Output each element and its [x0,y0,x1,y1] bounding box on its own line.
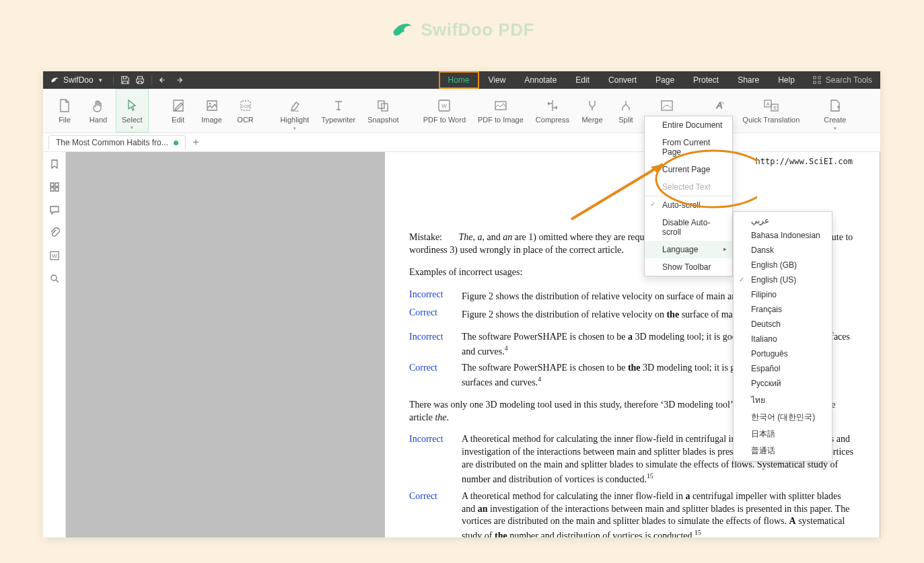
tab-share[interactable]: Share [728,71,769,89]
caret-down-icon: ▾ [131,125,133,130]
read-icon: A [712,98,727,113]
word-export-icon[interactable]: W [48,249,61,262]
save-icon[interactable] [118,71,133,89]
svg-point-0 [209,102,211,104]
language-option[interactable]: Bahasa Indonesian [734,228,832,243]
document-tab[interactable]: The Most Common Habits fro... [48,135,186,150]
language-option[interactable]: ✓English (US) [734,272,832,287]
language-option[interactable]: Dansk [734,243,832,258]
brand-text: SwifDoo PDF [421,20,534,40]
ribbon-pdf-to-word[interactable]: W PDF to Word [418,89,471,133]
file-icon [58,98,71,113]
redo-icon[interactable] [171,71,186,89]
dd-language[interactable]: Language▸ [645,241,732,258]
svg-text:OCR: OCR [241,104,250,108]
search-icon[interactable] [48,272,61,285]
app-window: SwifDoo ▾ Home View Annotate Edit Conver… [43,71,880,537]
attachments-icon[interactable] [48,226,61,239]
chevron-right-icon: ▸ [723,246,727,252]
tab-home[interactable]: Home [439,71,479,89]
search-tools-label: Search Tools [826,75,872,85]
highlight-icon [288,98,301,113]
dd-auto-scroll[interactable]: ✓Auto-scroll [645,196,732,214]
menubar: SwifDoo ▾ Home View Annotate Edit Conver… [43,71,880,89]
ribbon-split[interactable]: Split [610,89,642,133]
language-option[interactable]: Deutsch [734,317,832,332]
ribbon-pdf-to-image[interactable]: PDF to Image [472,89,529,133]
split-icon [618,98,633,113]
svg-text:W: W [442,103,448,109]
image-icon [205,98,219,113]
svg-text:W: W [52,253,57,259]
ribbon-create[interactable]: Create ▾ [818,89,851,133]
add-tab-button[interactable]: ＋ [188,135,203,150]
read-dropdown: Entire Document From Current Page ✓Curre… [644,116,733,276]
brand-header: SwifDoo PDF [0,17,924,42]
typewriter-icon [332,98,345,113]
tab-convert[interactable]: Convert [599,71,646,89]
brand-logo-icon [390,17,414,42]
compress-icon [545,98,560,113]
language-option[interactable]: English (GB) [734,258,832,272]
ribbon-file[interactable]: File [48,89,81,133]
language-option[interactable]: Español [734,361,832,376]
tab-view[interactable]: View [479,71,516,89]
dd-disable-auto-scroll[interactable]: Disable Auto-scroll [645,214,732,241]
language-option[interactable]: 日本語 [734,426,832,443]
ribbon-ocr[interactable]: OCR OCR [229,89,262,133]
tab-page[interactable]: Page [646,71,684,89]
ribbon-edit[interactable]: Edit [162,89,194,133]
cursor-icon [125,98,139,113]
unsaved-dot-icon [174,141,178,145]
search-tools[interactable]: Search Tools [804,75,880,85]
ribbon-select[interactable]: Select ▾ [116,89,149,133]
ribbon-image[interactable]: Image [196,89,228,133]
language-option[interactable]: عربي [734,213,832,228]
create-icon [828,98,843,113]
dd-current-page[interactable]: ✓Current Page [645,161,732,178]
caret-down-icon: ▾ [99,77,102,83]
language-option[interactable]: Русский [734,376,832,391]
print-icon[interactable] [133,71,147,89]
ribbon-quick-translation[interactable]: A文 Quick Translation [737,89,805,133]
hand-icon [92,98,105,113]
page-header-url: http://www.SciEI.com [756,156,853,167]
svg-text:A: A [716,100,723,110]
language-option[interactable]: Italiano [734,332,832,346]
tab-protect[interactable]: Protect [684,71,728,89]
language-option[interactable]: 한국어 (대한민국) [734,409,832,426]
thumbnails-icon[interactable] [48,180,61,194]
ribbon-typewriter[interactable]: Typewriter [316,89,361,133]
separator [113,75,114,85]
edit-icon [172,98,185,113]
language-option[interactable]: ไทย [734,391,832,409]
ribbon-snapshot[interactable]: Snapshot [362,89,404,133]
bookmarks-icon[interactable] [48,157,61,171]
merge-icon [585,98,600,113]
caret-down-icon: ▾ [293,126,296,131]
word-icon: W [437,98,452,113]
dd-show-toolbar[interactable]: Show Toolbar [645,258,732,276]
check-icon: ✓ [650,200,655,208]
dd-from-current-page[interactable]: From Current Page [645,134,732,161]
ribbon-hand[interactable]: Hand [82,89,114,133]
undo-icon[interactable] [156,71,171,89]
document-tabbar: The Most Common Habits fro... ＋ [43,133,880,152]
ribbon-compress[interactable]: Compress [530,89,575,133]
language-option[interactable]: 普通话 [734,443,832,459]
tab-annotate[interactable]: Annotate [515,71,566,89]
app-menu[interactable]: SwifDoo ▾ [43,71,109,89]
ribbon-merge[interactable]: Merge [576,89,608,133]
svg-text:A: A [767,102,770,106]
ribbon: File Hand Select ▾ Edit Image OCR OCR Hi… [43,89,880,133]
language-option[interactable]: Português [734,346,832,361]
ribbon-highlight[interactable]: Highlight ▾ [275,89,315,133]
dd-entire-document[interactable]: Entire Document [645,116,732,134]
language-option[interactable]: Filipino [734,287,832,302]
tab-help[interactable]: Help [769,71,804,89]
comments-icon[interactable] [48,203,61,217]
language-option[interactable]: Français [734,302,832,317]
tab-edit[interactable]: Edit [566,71,599,89]
ocr-icon: OCR [239,98,252,113]
grid-icon [812,75,822,85]
